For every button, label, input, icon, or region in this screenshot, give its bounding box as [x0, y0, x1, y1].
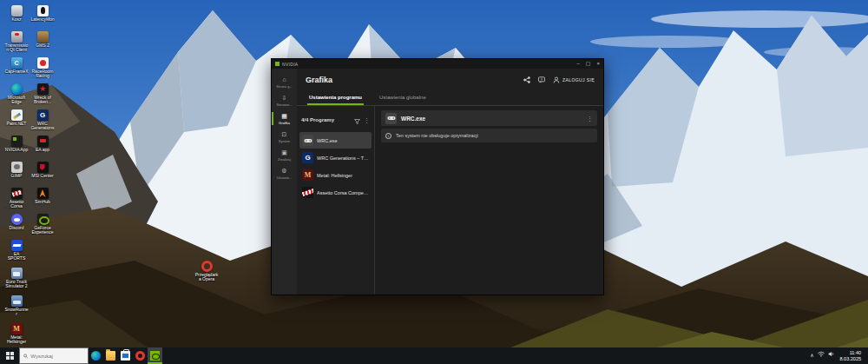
login-button[interactable]: ZALOGUJ SIĘ: [553, 76, 595, 83]
program-item-assetto-corsa[interactable]: Assetto Corsa Competizione: [299, 184, 372, 201]
hidden-icons-chevron-icon[interactable]: ∧: [810, 347, 813, 364]
window-main: Grafika ZALOGUJ SIĘ: [297, 69, 603, 295]
desktop-icon-wrc-generations[interactable]: GWRC Generations: [30, 109, 55, 130]
desktop-icon-latencymon[interactable]: LatencyMon: [30, 5, 55, 22]
sidebar-item-drivers[interactable]: ⇩ Sterown...: [272, 92, 297, 109]
desktop-icon-label: LatencyMon: [30, 17, 55, 22]
notice-text: Ten system nie obsługuje optymalizacji: [396, 133, 478, 138]
program-list-header: 4/4 Programy ⋮: [299, 110, 372, 132]
gamepad-icon: [385, 113, 397, 124]
program-detail-title: WRC.exe: [401, 116, 425, 122]
window-titlebar[interactable]: NVIDIA – ▢ ×: [272, 59, 603, 69]
taskbar-search[interactable]: [19, 347, 89, 364]
desktop-icon-raceroom[interactable]: RaceRoom Racing Experience: [30, 57, 55, 78]
store-icon: [121, 351, 130, 361]
msi-icon: [37, 162, 49, 173]
taskbar-app-opera[interactable]: [133, 347, 148, 364]
desktop-icon-red-star-game[interactable]: ★Wreck of Broken...: [30, 83, 55, 104]
tab-program-settings[interactable]: Ustawienia programu: [307, 91, 364, 105]
desktop-icon-ea-wrc[interactable]: EA SPORTS WRC: [4, 240, 29, 261]
gamepad-icon: [302, 135, 313, 146]
system-icon: ⊡: [272, 131, 297, 138]
program-detail-panel: WRC.exe ⋮ i Ten system nie obsługuje opt…: [375, 106, 603, 295]
desktop-icon-label: NVIDIA App: [4, 148, 29, 152]
desktop-icon-msi[interactable]: MSI Center: [30, 162, 55, 178]
desktop-icon-ea[interactable]: EA app: [30, 136, 55, 152]
desktop-icon-transmission[interactable]: Transmission Qt Client: [4, 31, 29, 52]
home-icon: ⌂: [272, 76, 297, 83]
maximize-button[interactable]: ▢: [586, 59, 591, 69]
nvidia-logo-icon: [275, 62, 279, 66]
metal-hellsinger-icon: M: [302, 169, 313, 181]
desktop-icon-label: Paint.NET: [4, 122, 29, 126]
filter-icon[interactable]: [354, 112, 360, 128]
optimization-notice: i Ten system nie obsługuje optymalizacji: [381, 129, 597, 142]
desktop-icon-nvidia-app[interactable]: NVIDIA App: [4, 136, 29, 152]
desktop-icon-label: CapFrameX: [4, 69, 29, 74]
desktop-icon-simhub[interactable]: SimHub: [30, 188, 55, 204]
ea-wrc-icon: [11, 240, 23, 251]
transmission-icon: [11, 31, 23, 43]
desktop-icon-ets2[interactable]: Euro Truck Simulator 2: [4, 268, 29, 288]
feedback-icon[interactable]: [538, 76, 545, 83]
taskbar-app-nvidia[interactable]: [148, 347, 162, 364]
sidebar-item-settings[interactable]: ⚙ Ustawie...: [272, 165, 297, 182]
network-icon[interactable]: [818, 347, 825, 364]
desktop-icon-label: SimHub: [30, 200, 55, 204]
desktop-icon-label: MSI Center: [30, 174, 55, 178]
header-actions: ZALOGUJ SIĘ: [523, 76, 595, 83]
taskbar-app-explorer[interactable]: [103, 347, 118, 364]
system-tray: ∧ 11:40 8.03.2025: [810, 347, 868, 364]
ea-icon: [37, 136, 49, 147]
desktop-icon-opera[interactable]: Przeglądarka Opera: [194, 261, 219, 281]
sidebar-item-system[interactable]: ⊡ System: [272, 129, 297, 145]
program-item-wrc-exe[interactable]: WRC.exe: [299, 132, 372, 149]
search-input[interactable]: [30, 354, 84, 359]
desktop-icon-label: Metal: Hellsinger: [4, 335, 29, 344]
metal-hellsinger-icon: M: [11, 323, 23, 334]
red-star-game-icon: ★: [37, 83, 49, 95]
redeem-icon: ▣: [272, 149, 297, 156]
desktop-icon-label: Przeglądarka Opera: [194, 273, 219, 281]
close-button[interactable]: ×: [596, 59, 600, 69]
program-item-metal-hellsinger[interactable]: M Metal: Hellsinger: [299, 167, 372, 183]
sidebar-item-graphics[interactable]: ▦ Grafika: [272, 110, 297, 127]
nvidia-app-window: NVIDIA – ▢ × ⌂ Strona g... ⇩ Sterown... …: [271, 58, 604, 295]
program-item-wrc-generations[interactable]: G WRC Generations – The FIA W...: [299, 149, 372, 166]
desktop-icon-label: Transmission Qt Client: [4, 43, 29, 52]
tab-global-settings[interactable]: Ustawienia globalne: [378, 91, 428, 105]
share-icon[interactable]: [523, 76, 530, 83]
taskbar-app-edge[interactable]: [89, 347, 103, 364]
sidebar-item-home[interactable]: ⌂ Strona g...: [272, 74, 297, 90]
window-title: NVIDIA: [282, 62, 298, 67]
desktop-icon-label: Euro Truck Simulator 2: [4, 280, 29, 288]
assetto-corsa-icon: [302, 187, 313, 198]
graphics-content: 4/4 Programy ⋮ WRC.exe: [297, 106, 603, 295]
start-button[interactable]: [0, 347, 19, 364]
info-icon: i: [385, 133, 391, 139]
windows-logo-icon: [6, 352, 14, 360]
desktop-icon-discord[interactable]: Discord: [4, 214, 29, 230]
sidebar-item-redeem[interactable]: ▣ Zrealizuj: [272, 147, 297, 163]
desktop-icon-recycle-bin[interactable]: Kosz: [4, 5, 29, 22]
opera-icon: [201, 261, 213, 272]
desktop-icon-geforce[interactable]: GeForce Experience: [30, 214, 55, 235]
desktop-icon-capframex[interactable]: CCapFrameX: [4, 57, 29, 74]
taskbar-clock[interactable]: 11:40 8.03.2025: [838, 350, 865, 361]
desktop-icon-gms2[interactable]: GMS 2: [30, 31, 55, 48]
desktop-icon-acc[interactable]: Assetto Corsa Competizione: [4, 188, 29, 208]
opera-icon: [135, 351, 145, 361]
desktop-icon-paint[interactable]: Paint.NET: [4, 109, 29, 126]
detail-menu-icon[interactable]: ⋮: [587, 116, 593, 122]
desktop-icon-edge[interactable]: Microsoft Edge: [4, 83, 29, 104]
minimize-button[interactable]: –: [576, 59, 579, 69]
wrc-generations-icon: G: [37, 109, 49, 121]
taskbar-app-store[interactable]: [118, 347, 133, 364]
list-menu-icon[interactable]: ⋮: [364, 117, 370, 123]
desktop-icon-gimp[interactable]: GIMP: [4, 162, 29, 178]
desktop-icon-snowrunner[interactable]: SnowRunner: [4, 295, 29, 316]
program-detail-header: WRC.exe ⋮: [381, 110, 597, 126]
nvidia-app-icon: [11, 136, 23, 147]
desktop-icon-metal-hellsinger[interactable]: MMetal: Hellsinger: [4, 323, 29, 344]
volume-icon[interactable]: [828, 347, 835, 364]
